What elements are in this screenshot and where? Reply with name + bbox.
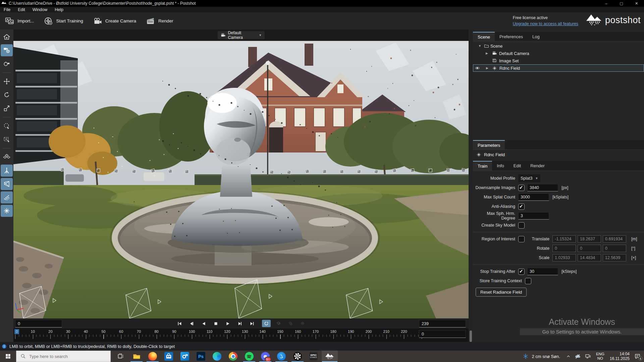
minimize-button[interactable]: – <box>599 0 614 7</box>
show-points-toggle[interactable] <box>1 191 13 203</box>
translate-z-input[interactable]: 0.691934 <box>603 235 626 243</box>
stop-training-checkbox[interactable] <box>518 268 525 275</box>
rotate-y-input[interactable]: 0 <box>578 245 601 252</box>
tab-render[interactable]: Render <box>526 161 549 171</box>
create-camera-button[interactable]: Create Camera <box>88 12 141 29</box>
task-view-button[interactable] <box>112 351 128 362</box>
lasso-select-tool[interactable] <box>1 120 13 132</box>
file-explorer[interactable] <box>128 351 145 362</box>
anti-aliasing-checkbox[interactable] <box>518 203 525 210</box>
sky-model-checkbox[interactable] <box>518 222 525 229</box>
show-radiance-toggle[interactable] <box>1 205 13 217</box>
render-button[interactable]: Render <box>141 12 178 29</box>
taskbar-search[interactable] <box>16 351 111 362</box>
loop-toggle[interactable] <box>262 320 271 327</box>
photoshop[interactable]: Ps <box>193 351 209 362</box>
start-training-button[interactable]: Start Training <box>39 12 88 29</box>
edge[interactable] <box>209 351 225 362</box>
caret-right-icon[interactable]: ▶ <box>486 52 488 55</box>
tree-item-scene[interactable]: ▼Scene <box>473 42 644 50</box>
spotify[interactable] <box>241 351 257 362</box>
first-person-tool[interactable] <box>1 58 13 70</box>
tree-item-rdnc-field[interactable]: ▶Rdnc Field <box>473 64 644 72</box>
step-back-button[interactable] <box>187 320 196 327</box>
notification-center[interactable]: 6 <box>632 351 644 362</box>
caret-down-icon[interactable]: ▼ <box>478 44 481 48</box>
microsoft-store[interactable] <box>161 351 177 362</box>
menu-window[interactable]: Window <box>29 7 51 12</box>
tab-parameters[interactable]: Parameters <box>473 140 505 149</box>
home-tool[interactable] <box>1 31 13 43</box>
onedrive-icon[interactable] <box>573 351 583 362</box>
splat-display-tool[interactable] <box>1 151 13 163</box>
tab-log[interactable]: Log <box>528 32 544 41</box>
navigate-tool[interactable] <box>1 44 13 56</box>
start-frame-input[interactable] <box>15 320 62 327</box>
show-tripod-toggle[interactable] <box>1 165 13 177</box>
model-profile-select[interactable]: Splat3 ▼ <box>518 174 540 182</box>
maximize-button[interactable]: ▢ <box>614 0 629 7</box>
onion-skin-toggle[interactable] <box>274 320 283 327</box>
clock[interactable]: 14:04 16.11.2025 <box>607 352 632 361</box>
max-sph-input[interactable]: 3 <box>518 212 549 220</box>
chrome[interactable] <box>225 351 241 362</box>
stop-button[interactable] <box>211 320 220 327</box>
downsample-input[interactable]: 3840 <box>527 184 558 191</box>
viewport-render[interactable] <box>13 41 469 318</box>
search-input[interactable] <box>29 354 103 359</box>
hidden-icons-chevron[interactable] <box>564 351 573 362</box>
scrollbar-handle[interactable] <box>470 330 472 342</box>
weather-widget[interactable]: 2 cm snø Søn. <box>519 351 564 362</box>
tab-scene[interactable]: Scene <box>473 32 495 41</box>
skip-to-end-button[interactable] <box>248 320 256 327</box>
viewport-scrollbar[interactable] <box>469 29 473 342</box>
roi-checkbox[interactable] <box>518 236 525 242</box>
eye-icon[interactable] <box>475 65 480 71</box>
upgrade-link[interactable]: Upgrade now to access all features <box>513 21 578 27</box>
rotate-x-input[interactable]: 0 <box>552 245 576 252</box>
scale-tool[interactable] <box>1 102 13 114</box>
start-button[interactable] <box>0 351 16 362</box>
caret-right-icon[interactable]: ▶ <box>486 66 488 70</box>
play-button[interactable] <box>223 320 232 327</box>
max-splat-input[interactable]: 3000 <box>518 193 549 201</box>
tab-edit[interactable]: Edit <box>509 161 526 171</box>
end-frame-input[interactable] <box>419 320 466 327</box>
camera-shutter-app[interactable] <box>289 351 306 362</box>
multi-frame-toggle[interactable] <box>286 320 295 327</box>
tree-item-default-camera[interactable]: ▶Default Camera <box>473 50 644 57</box>
rotate-tool[interactable] <box>1 89 13 101</box>
tree-item-image-set[interactable]: Image Set <box>473 57 644 64</box>
timeline-ruler[interactable]: 0102030405060708090100110120130140150160… <box>13 328 469 342</box>
step-forward-button[interactable] <box>235 320 244 327</box>
import-button[interactable]: Import... <box>0 12 39 29</box>
play-backward-button[interactable] <box>199 320 208 327</box>
close-button[interactable]: ✕ <box>629 0 644 7</box>
show-cameras-toggle[interactable] <box>1 178 13 190</box>
camera-selector[interactable]: Default Camera ▼ <box>218 31 265 39</box>
store-context-checkbox[interactable] <box>525 278 531 284</box>
translate-x-input[interactable]: -1.15324 <box>552 235 576 243</box>
move-tool[interactable] <box>1 75 13 87</box>
network-icon[interactable] <box>583 351 593 362</box>
reset-radiance-field-button[interactable]: Reset Radiance Field <box>476 288 527 297</box>
tab-preferences[interactable]: Preferences <box>495 32 528 41</box>
region-select-tool[interactable] <box>1 133 13 145</box>
menu-edit[interactable]: Edit <box>14 7 29 12</box>
battlenet[interactable] <box>273 351 289 362</box>
scale-x-input[interactable]: 1.02933 <box>552 254 576 261</box>
menu-help[interactable]: Help <box>51 7 67 12</box>
outlook[interactable] <box>177 351 193 362</box>
skip-to-start-button[interactable] <box>175 320 184 327</box>
translate-y-input[interactable]: 18.2637 <box>578 235 601 243</box>
rotate-z-input[interactable]: 0 <box>603 245 626 252</box>
epic-games[interactable]: EPICGAMES <box>306 351 322 362</box>
menu-file[interactable]: File <box>0 7 14 12</box>
tab-info[interactable]: Info <box>492 161 509 171</box>
downsample-checkbox[interactable] <box>518 185 525 191</box>
postshot-app[interactable] <box>322 351 338 362</box>
language-switcher[interactable]: ENG NO <box>593 352 607 361</box>
scale-z-input[interactable]: 12.5639 <box>603 254 626 261</box>
current-frame-input[interactable] <box>419 330 466 338</box>
stop-training-input[interactable]: 30 <box>527 268 558 275</box>
